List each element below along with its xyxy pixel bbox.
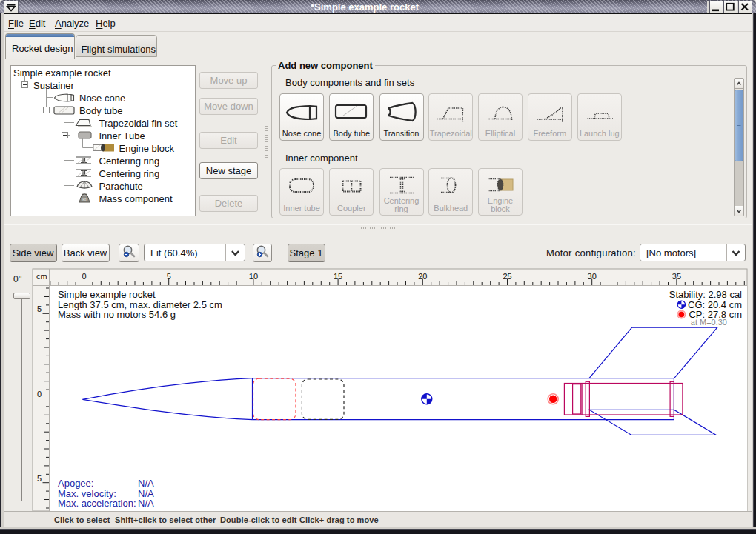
svg-text:at M=0.30: at M=0.30	[691, 318, 727, 327]
svg-text:cm: cm	[36, 272, 47, 281]
svg-text:15: 15	[334, 272, 342, 281]
svg-text:N/A: N/A	[138, 498, 154, 509]
svg-text:0: 0	[82, 272, 86, 281]
svg-text:Mass with no motors 54.6 g: Mass with no motors 54.6 g	[58, 309, 176, 320]
svg-text:10: 10	[249, 272, 258, 281]
svg-text:5: 5	[37, 474, 42, 483]
svg-text:-5: -5	[34, 304, 42, 313]
svg-text:25: 25	[503, 272, 511, 281]
svg-text:0: 0	[37, 390, 42, 398]
svg-text:Max. acceleration:: Max. acceleration:	[58, 498, 136, 509]
svg-text:20: 20	[418, 272, 427, 281]
svg-text:30: 30	[588, 272, 597, 281]
svg-text:5: 5	[167, 272, 171, 281]
svg-text:35: 35	[672, 272, 681, 281]
